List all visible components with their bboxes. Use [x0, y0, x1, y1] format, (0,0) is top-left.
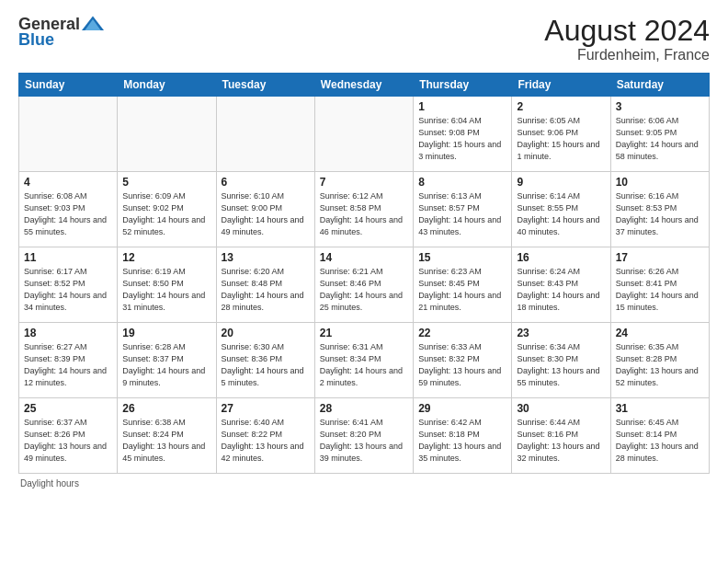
location-title: Furdenheim, France [544, 47, 710, 63]
day-info: Sunrise: 6:14 AM Sunset: 8:55 PM Dayligh… [517, 190, 605, 238]
calendar-cell [118, 97, 216, 172]
calendar-cell: 23Sunrise: 6:34 AM Sunset: 8:30 PM Dayli… [512, 323, 610, 398]
month-year-title: August 2024 [544, 15, 710, 47]
day-info: Sunrise: 6:33 AM Sunset: 8:32 PM Dayligh… [418, 341, 506, 389]
calendar-cell: 28Sunrise: 6:41 AM Sunset: 8:20 PM Dayli… [314, 398, 413, 474]
calendar-cell: 30Sunrise: 6:44 AM Sunset: 8:16 PM Dayli… [512, 398, 610, 474]
calendar-cell: 1Sunrise: 6:04 AM Sunset: 9:08 PM Daylig… [414, 97, 512, 172]
day-number: 8 [418, 176, 506, 189]
calendar-cell: 25Sunrise: 6:37 AM Sunset: 8:26 PM Dayli… [19, 398, 118, 474]
day-number: 26 [122, 402, 210, 415]
calendar-cell [216, 97, 314, 172]
day-info: Sunrise: 6:19 AM Sunset: 8:50 PM Dayligh… [122, 266, 210, 314]
day-info: Sunrise: 6:06 AM Sunset: 9:05 PM Dayligh… [616, 115, 704, 163]
day-number: 2 [517, 100, 605, 113]
day-number: 12 [122, 251, 210, 264]
calendar-cell: 27Sunrise: 6:40 AM Sunset: 8:22 PM Dayli… [216, 398, 314, 474]
calendar-header-row: SundayMondayTuesdayWednesdayThursdayFrid… [19, 74, 710, 97]
day-number: 14 [320, 251, 408, 264]
calendar-cell: 14Sunrise: 6:21 AM Sunset: 8:46 PM Dayli… [314, 247, 413, 323]
day-info: Sunrise: 6:23 AM Sunset: 8:45 PM Dayligh… [418, 266, 506, 314]
day-number: 27 [222, 402, 310, 415]
day-info: Sunrise: 6:17 AM Sunset: 8:52 PM Dayligh… [24, 266, 112, 314]
day-number: 1 [418, 100, 506, 113]
day-number: 7 [320, 176, 408, 189]
calendar-week-1: 1Sunrise: 6:04 AM Sunset: 9:08 PM Daylig… [19, 97, 710, 172]
day-number: 15 [418, 251, 506, 264]
day-info: Sunrise: 6:05 AM Sunset: 9:06 PM Dayligh… [517, 115, 605, 163]
day-number: 11 [24, 251, 112, 264]
weekday-header-sunday: Sunday [19, 74, 118, 97]
calendar-week-3: 11Sunrise: 6:17 AM Sunset: 8:52 PM Dayli… [19, 247, 710, 323]
day-info: Sunrise: 6:41 AM Sunset: 8:20 PM Dayligh… [320, 417, 408, 465]
day-number: 23 [517, 327, 605, 339]
day-number: 13 [222, 251, 310, 264]
day-number: 31 [616, 402, 704, 415]
calendar-cell: 9Sunrise: 6:14 AM Sunset: 8:55 PM Daylig… [512, 172, 610, 247]
day-number: 22 [418, 327, 506, 339]
day-info: Sunrise: 6:21 AM Sunset: 8:46 PM Dayligh… [320, 266, 408, 314]
day-number: 18 [24, 327, 112, 339]
day-number: 30 [517, 402, 605, 415]
day-number: 3 [616, 100, 704, 113]
weekday-header-thursday: Thursday [414, 74, 512, 97]
calendar-cell: 16Sunrise: 6:24 AM Sunset: 8:43 PM Dayli… [512, 247, 610, 323]
day-info: Sunrise: 6:16 AM Sunset: 8:53 PM Dayligh… [616, 190, 704, 238]
calendar-cell: 11Sunrise: 6:17 AM Sunset: 8:52 PM Dayli… [19, 247, 118, 323]
day-number: 19 [122, 327, 210, 339]
calendar-cell: 7Sunrise: 6:12 AM Sunset: 8:58 PM Daylig… [314, 172, 413, 247]
calendar-cell: 29Sunrise: 6:42 AM Sunset: 8:18 PM Dayli… [414, 398, 512, 474]
calendar-cell [314, 97, 413, 172]
weekday-header-wednesday: Wednesday [314, 74, 413, 97]
calendar-cell: 18Sunrise: 6:27 AM Sunset: 8:39 PM Dayli… [19, 323, 118, 398]
day-number: 17 [616, 251, 704, 264]
day-info: Sunrise: 6:04 AM Sunset: 9:08 PM Dayligh… [418, 115, 506, 163]
footer-note: Daylight hours [18, 478, 710, 488]
day-number: 25 [24, 402, 112, 415]
title-block: August 2024 Furdenheim, France [544, 15, 710, 63]
day-info: Sunrise: 6:31 AM Sunset: 8:34 PM Dayligh… [320, 341, 408, 389]
calendar-cell: 5Sunrise: 6:09 AM Sunset: 9:02 PM Daylig… [118, 172, 216, 247]
day-info: Sunrise: 6:35 AM Sunset: 8:28 PM Dayligh… [616, 341, 704, 389]
day-info: Sunrise: 6:38 AM Sunset: 8:24 PM Dayligh… [122, 417, 210, 465]
calendar-cell: 31Sunrise: 6:45 AM Sunset: 8:14 PM Dayli… [610, 398, 709, 474]
calendar-cell: 10Sunrise: 6:16 AM Sunset: 8:53 PM Dayli… [610, 172, 709, 247]
day-number: 4 [24, 176, 112, 189]
weekday-header-saturday: Saturday [610, 74, 709, 97]
weekday-header-friday: Friday [512, 74, 610, 97]
day-info: Sunrise: 6:28 AM Sunset: 8:37 PM Dayligh… [122, 341, 210, 389]
calendar-cell: 8Sunrise: 6:13 AM Sunset: 8:57 PM Daylig… [414, 172, 512, 247]
weekday-header-tuesday: Tuesday [216, 74, 314, 97]
day-info: Sunrise: 6:08 AM Sunset: 9:03 PM Dayligh… [24, 190, 112, 238]
day-info: Sunrise: 6:37 AM Sunset: 8:26 PM Dayligh… [24, 417, 112, 465]
calendar-cell [19, 97, 118, 172]
calendar-cell: 3Sunrise: 6:06 AM Sunset: 9:05 PM Daylig… [610, 97, 709, 172]
day-info: Sunrise: 6:40 AM Sunset: 8:22 PM Dayligh… [222, 417, 310, 465]
weekday-header-monday: Monday [118, 74, 216, 97]
calendar-cell: 21Sunrise: 6:31 AM Sunset: 8:34 PM Dayli… [314, 323, 413, 398]
day-number: 28 [320, 402, 408, 415]
day-info: Sunrise: 6:10 AM Sunset: 9:00 PM Dayligh… [222, 190, 310, 238]
calendar-cell: 2Sunrise: 6:05 AM Sunset: 9:06 PM Daylig… [512, 97, 610, 172]
day-info: Sunrise: 6:09 AM Sunset: 9:02 PM Dayligh… [122, 190, 210, 238]
day-number: 9 [517, 176, 605, 189]
day-info: Sunrise: 6:20 AM Sunset: 8:48 PM Dayligh… [222, 266, 310, 314]
calendar-cell: 20Sunrise: 6:30 AM Sunset: 8:36 PM Dayli… [216, 323, 314, 398]
calendar-cell: 24Sunrise: 6:35 AM Sunset: 8:28 PM Dayli… [610, 323, 709, 398]
calendar-week-2: 4Sunrise: 6:08 AM Sunset: 9:03 PM Daylig… [19, 172, 710, 247]
calendar-cell: 17Sunrise: 6:26 AM Sunset: 8:41 PM Dayli… [610, 247, 709, 323]
day-info: Sunrise: 6:27 AM Sunset: 8:39 PM Dayligh… [24, 341, 112, 389]
day-number: 29 [418, 402, 506, 415]
calendar-table: SundayMondayTuesdayWednesdayThursdayFrid… [18, 73, 710, 474]
day-info: Sunrise: 6:30 AM Sunset: 8:36 PM Dayligh… [222, 341, 310, 389]
calendar-cell: 13Sunrise: 6:20 AM Sunset: 8:48 PM Dayli… [216, 247, 314, 323]
day-info: Sunrise: 6:12 AM Sunset: 8:58 PM Dayligh… [320, 190, 408, 238]
logo-blue: Blue [18, 30, 54, 50]
calendar-week-5: 25Sunrise: 6:37 AM Sunset: 8:26 PM Dayli… [19, 398, 710, 474]
calendar-cell: 4Sunrise: 6:08 AM Sunset: 9:03 PM Daylig… [19, 172, 118, 247]
day-number: 20 [222, 327, 310, 339]
page-header: General Blue August 2024 Furdenheim, Fra… [18, 15, 710, 63]
day-number: 5 [122, 176, 210, 189]
day-number: 24 [616, 327, 704, 339]
day-info: Sunrise: 6:13 AM Sunset: 8:57 PM Dayligh… [418, 190, 506, 238]
